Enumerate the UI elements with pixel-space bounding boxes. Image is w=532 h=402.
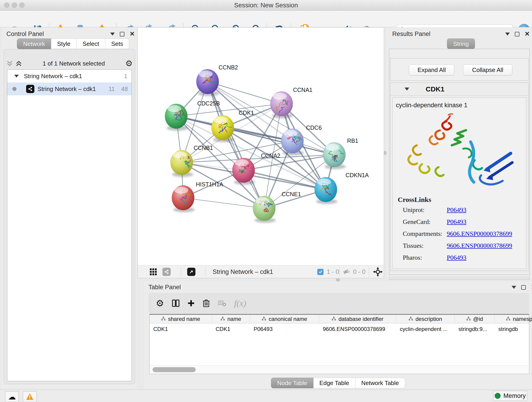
table-cell[interactable]: stringdb:9... [455,323,495,335]
titlebar: Session: New Session [0,0,532,11]
column-type-icon [331,316,336,322]
navigate-network-button[interactable] [373,265,383,278]
horizontal-splitter-handle[interactable] [336,279,340,281]
expand-all-icon[interactable] [15,60,22,67]
table-options-gear-icon[interactable]: ⚙ [156,299,164,308]
network-node-label: CCNA1 [293,87,312,93]
column-header-canonical-name[interactable]: canonical name [250,315,319,323]
control-panel-tabs: NetworkStyleSelectSets [17,38,129,49]
delete-table-icon[interactable] [218,300,226,307]
network-node-RB1[interactable] [323,142,350,169]
entry-collapse-icon[interactable] [405,88,409,90]
network-node-CDKN1A[interactable] [315,177,337,204]
tab-network-table[interactable]: Network Table [355,378,405,388]
control-panel-float-icon[interactable] [120,32,124,36]
column-header-shared-name[interactable]: shared name [150,315,212,323]
table-row[interactable]: CDK1CDK1P064939606.ENSP00000378699cyclin… [150,323,529,335]
column-type-icon [220,316,225,322]
show-columns-icon[interactable] [172,299,180,307]
results-panel-close-icon[interactable]: ✕ [525,31,530,37]
collection-expand-icon[interactable] [14,75,19,77]
network-view[interactable]: CCNB2CCNA1CDC25BCDK1CDC6RB1CCNB1CCNA2CDK… [138,27,384,278]
column-label: shared name [168,316,200,322]
column-header-namespac[interactable]: namespac [495,315,532,323]
minimize-window-button[interactable] [12,2,17,8]
hidden-count-indicator[interactable]: 0 - 0 [342,265,365,278]
share-icon [162,268,171,276]
table-horizontal-scrollbar[interactable] [150,365,528,374]
column-type-icon [262,316,266,322]
function-builder-icon[interactable]: f(x) [234,298,246,308]
results-panel-float-icon[interactable] [515,32,519,36]
table-cell[interactable]: CDK1 [150,323,212,335]
crosslink-label: Compartments: [403,230,447,237]
tab-edge-table[interactable]: Edge Table [313,378,355,388]
warnings-button[interactable] [23,391,37,402]
collapse-all-button[interactable]: Collapse All [463,64,512,75]
column-header--id[interactable]: @id [455,315,495,323]
network-node-CCNB1[interactable] [171,150,193,177]
vertical-splitter-handle[interactable] [384,151,386,155]
tab-select[interactable]: Select [76,38,105,49]
column-header-name[interactable]: name [212,315,250,323]
table-cell[interactable]: P06493 [250,323,319,335]
scrollbar-thumb[interactable] [152,367,196,372]
network-node-CCNA2[interactable] [232,158,255,185]
network-row[interactable]: String Network – cdk1 11 48 [7,83,132,95]
results-panel-menu-icon[interactable] [505,32,510,36]
selected-count-indicator[interactable]: 1 - 0 [317,265,339,278]
expand-all-button[interactable]: Expand All [409,64,454,75]
crosslink-pharos-[interactable]: P06493 [447,254,467,261]
maximize-window-button[interactable] [19,2,25,8]
table-panel-float-icon[interactable] [521,285,526,290]
column-header-database-identifier[interactable]: database identifier [319,315,396,323]
network-label: String Network – cdk1 [38,85,96,93]
cloud-button[interactable]: ☁ [5,391,19,402]
table-cell[interactable]: 9606.ENSP00000378699 [319,323,396,335]
crosslink-genecard-[interactable]: P06493 [447,218,467,225]
table-panel-close-icon[interactable]: ✕ [531,284,532,290]
delete-column-icon[interactable] [203,299,210,307]
results-scrollbar[interactable] [389,276,530,280]
table-cell[interactable]: cyclin-dependent ... [396,323,455,335]
window-controls[interactable] [4,2,25,8]
add-column-icon[interactable] [187,300,195,307]
column-header-description[interactable]: description [396,315,455,323]
network-collection-row[interactable]: String Network – cdk1 1 [7,70,132,83]
tab-sets[interactable]: Sets [105,38,129,49]
collapse-all-icon[interactable] [6,60,13,67]
table-panel-title: Table Panel [148,284,181,291]
network-node-CCNE1[interactable] [253,196,276,223]
table-cell[interactable]: CDK1 [212,323,250,335]
column-label: @id [473,316,483,322]
control-panel-menu-icon[interactable] [110,32,115,36]
birds-eye-view-button[interactable] [149,265,157,278]
tab-network[interactable]: Network [17,38,51,49]
crosslink-compartments-[interactable]: 9606.ENSP00000378699 [447,230,512,237]
network-graph[interactable]: CCNB2CCNA1CDC25BCDK1CDC6RB1CCNB1CCNA2CDK… [138,27,384,265]
network-node-count: 11 [109,85,115,93]
column-type-icon [409,316,413,322]
crosslink-tissues-[interactable]: 9606.ENSP00000378699 [447,242,512,249]
current-network-name: String Network – cdk1 [213,265,273,278]
network-node-CDK1[interactable] [211,115,234,142]
node-result-header[interactable]: CDK1 [390,83,528,96]
network-options-gear-icon[interactable]: ⚙ [125,59,133,68]
table-panel-menu-icon[interactable] [512,286,516,289]
close-window-button[interactable] [4,2,9,8]
network-node-HIST1H1A[interactable] [172,185,195,212]
network-node-CCNB2[interactable] [196,69,219,96]
tab-style[interactable]: Style [51,38,76,49]
memory-status-dot [495,393,500,399]
open-in-new-window-button[interactable] [187,265,196,278]
tab-node-table[interactable]: Node Table [271,378,313,388]
network-share-button[interactable] [162,265,171,278]
tab-string[interactable]: String [447,38,475,49]
network-node-CCNA1[interactable] [270,91,293,119]
table-cell[interactable]: stringdb [495,323,532,335]
warning-icon [26,393,34,401]
control-panel-close-icon[interactable]: ✕ [129,31,135,37]
status-bar: ☁ Memory [0,390,532,402]
crosslink-uniprot-[interactable]: P06493 [447,206,467,214]
memory-button[interactable]: Memory [493,391,527,401]
